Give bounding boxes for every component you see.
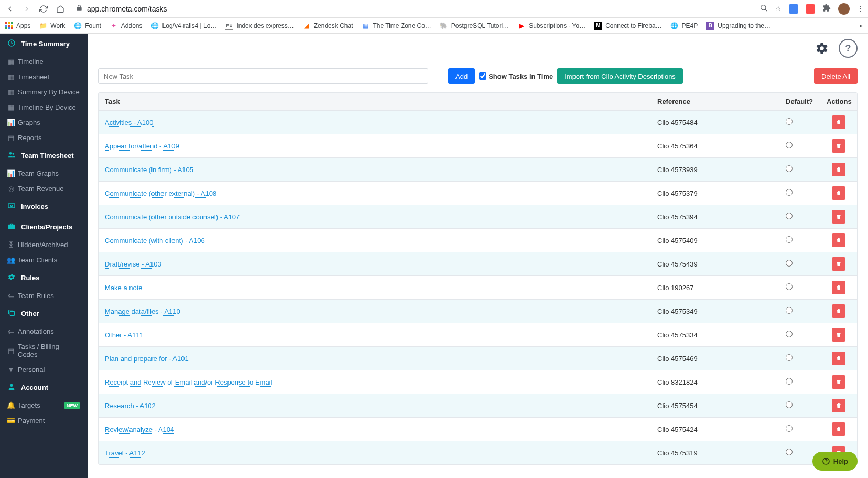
sidebar-item-timeline-by-device[interactable]: ▦Timeline By Device [0,100,88,115]
extension-icon[interactable] [806,4,815,14]
star-icon[interactable]: ☆ [775,5,782,13]
task-link[interactable]: Activities - A100 [105,119,154,127]
sidebar-section-other[interactable]: Other [0,303,88,324]
task-link[interactable]: Communicate (other outside counsel) - A1… [105,213,240,221]
delete-all-button[interactable]: Delete All [814,68,858,84]
extensions-button[interactable] [822,4,831,14]
default-radio[interactable] [786,401,793,408]
menu-button[interactable]: ⋮ [857,5,864,13]
show-tasks-checkbox[interactable]: Show Tasks in Time [479,72,553,80]
delete-row-button[interactable] [832,352,845,365]
delete-row-button[interactable] [832,210,845,224]
sidebar-item-graphs[interactable]: 📊Graphs [0,115,88,130]
task-link[interactable]: Communicate (with client) - A106 [105,237,205,245]
sidebar-item-annotations[interactable]: 🏷Annotations [0,324,88,339]
sidebar-item-team-revenue[interactable]: ◎Team Revenue [0,181,88,196]
default-radio[interactable] [786,307,793,314]
settings-button[interactable] [812,39,831,58]
sidebar-item-payment[interactable]: 💳Payment [0,413,88,428]
task-link[interactable]: Travel - A112 [105,449,145,458]
delete-row-button[interactable] [832,115,845,129]
bookmark-item[interactable]: 🐘PostgreSQL Tutori… [440,22,509,30]
task-link[interactable]: Appear for/attend - A109 [105,142,179,151]
sidebar-item-reports[interactable]: ▤Reports [0,130,88,145]
sidebar-item-personal[interactable]: ▼Personal [0,362,88,377]
default-radio[interactable] [786,449,793,455]
sidebar-item-summary-by-device[interactable]: ▦Summary By Device [0,84,88,100]
delete-row-button[interactable] [832,139,845,153]
task-link[interactable]: Research - A102 [105,402,156,410]
sidebar-section-invoices[interactable]: Invoices [0,196,88,217]
sidebar-item-team-graphs[interactable]: 📊Team Graphs [0,166,88,181]
bookmark-item[interactable]: BUpgrading to the… [706,22,771,30]
sidebar-item-tasks-billing-codes[interactable]: ▤Tasks / Billing Codes [0,339,88,362]
task-link[interactable]: Make a note [105,284,143,292]
bookmark-item[interactable]: ✦Addons [110,22,143,30]
task-link[interactable]: Plan and prepare for - A101 [105,355,189,363]
delete-row-button[interactable] [832,163,845,176]
default-radio[interactable] [786,213,793,219]
sidebar-section-rules[interactable]: Rules [0,268,88,288]
default-radio[interactable] [786,331,793,337]
back-button[interactable] [4,3,16,15]
task-link[interactable]: Other - A111 [105,331,144,339]
bookmark-item[interactable]: ◢Zendesk Chat [302,22,353,30]
task-link[interactable]: Communicate (in firm) - A105 [105,166,193,174]
default-radio[interactable] [786,118,793,125]
delete-row-button[interactable] [832,186,845,200]
default-radio[interactable] [786,189,793,196]
sidebar-item-hidden-archived[interactable]: 🗄Hidden/Archived [0,237,88,252]
reload-button[interactable] [38,3,49,15]
sidebar-item-team-clients[interactable]: 👥Team Clients [0,252,88,268]
bookmark-item[interactable]: MConnect to Fireba… [594,22,661,30]
add-button[interactable]: Add [448,68,475,84]
task-link[interactable]: Draft/revise - A103 [105,260,161,269]
default-radio[interactable] [786,236,793,243]
help-fab[interactable]: Help [812,452,858,471]
task-link[interactable]: Receipt and Review of Email and/or Respo… [105,378,272,387]
show-tasks-checkbox-input[interactable] [479,72,486,80]
sidebar-item-team-rules[interactable]: 🏷Team Rules [0,288,88,303]
delete-row-button[interactable] [832,375,845,389]
sidebar-item-targets[interactable]: 🔔TargetsNEW [0,398,88,413]
task-link[interactable]: Manage data/files - A110 [105,307,180,316]
delete-row-button[interactable] [832,257,845,271]
delete-row-button[interactable] [832,399,845,412]
delete-row-button[interactable] [832,422,845,436]
bookmarks-overflow[interactable]: » [859,22,863,29]
help-button[interactable]: ? [839,39,858,58]
sidebar-section-clients-projects[interactable]: Clients/Projects [0,217,88,237]
bookmark-item[interactable]: ▶Subscriptions - Yo… [517,22,585,30]
default-radio[interactable] [786,378,793,385]
delete-row-button[interactable] [832,328,845,342]
search-icon[interactable] [760,4,768,14]
default-radio[interactable] [786,354,793,361]
default-radio[interactable] [786,260,793,267]
default-radio[interactable] [786,425,793,432]
bookmark-item[interactable]: 🌐Fount [73,22,101,30]
bookmark-item[interactable]: EXIndex des express… [225,22,294,30]
bookmark-item[interactable]: 🌐PE4P [670,22,698,30]
delete-row-button[interactable] [832,281,845,294]
bookmark-item[interactable]: 📁Work [39,22,65,30]
default-radio[interactable] [786,283,793,290]
task-link[interactable]: Review/analyze - A104 [105,426,174,434]
default-radio[interactable] [786,142,793,148]
extension-icon[interactable] [789,4,798,14]
delete-row-button[interactable] [832,233,845,247]
bookmark-item[interactable]: Apps [5,22,30,29]
task-link[interactable]: Communicate (other external) - A108 [105,189,216,198]
address-bar[interactable]: app.chrometa.com/tasks [71,2,754,16]
default-radio[interactable] [786,165,793,172]
delete-row-button[interactable] [832,304,845,318]
bookmark-item[interactable]: ▦The Time Zone Co… [361,22,431,30]
new-task-input[interactable] [98,68,428,84]
sidebar-item-timeline[interactable]: ▦Timeline [0,54,88,69]
sidebar-section-team-timesheet[interactable]: Team Timesheet [0,145,88,166]
sidebar-section-account[interactable]: Account [0,377,88,398]
home-button[interactable] [55,3,66,15]
bookmark-item[interactable]: 🌐Log/v4-rails4 | Lo… [151,22,217,30]
sidebar-section-time-summary[interactable]: Time Summary [0,34,88,54]
sidebar-item-timesheet[interactable]: ▦Timesheet [0,69,88,84]
forward-button[interactable] [21,3,32,15]
